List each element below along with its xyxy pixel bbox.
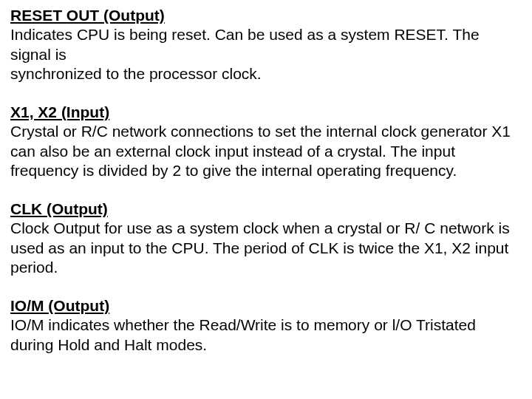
pin-section-clk: CLK (Output) Clock Output for use as a s… xyxy=(10,200,522,277)
pin-description: Clock Output for use as a system clock w… xyxy=(10,219,522,277)
pin-section-reset-out: RESET OUT (Output) Indicates CPU is bein… xyxy=(10,6,522,83)
pin-section-io-m: IO/M (Output) IO/M indicates whether the… xyxy=(10,296,522,355)
pin-heading: X1, X2 (Input) xyxy=(10,103,522,122)
pin-heading: RESET OUT (Output) xyxy=(10,6,522,25)
pin-section-x1-x2: X1, X2 (Input) Crystal or R/C network co… xyxy=(10,103,522,180)
pin-description: Indicates CPU is being reset. Can be use… xyxy=(10,25,522,83)
pin-heading: CLK (Output) xyxy=(10,200,522,219)
pin-description: IO/M indicates whether the Read/Write is… xyxy=(10,316,522,355)
pin-heading: IO/M (Output) xyxy=(10,296,522,316)
pin-description: Crystal or R/C network connections to se… xyxy=(10,122,522,180)
